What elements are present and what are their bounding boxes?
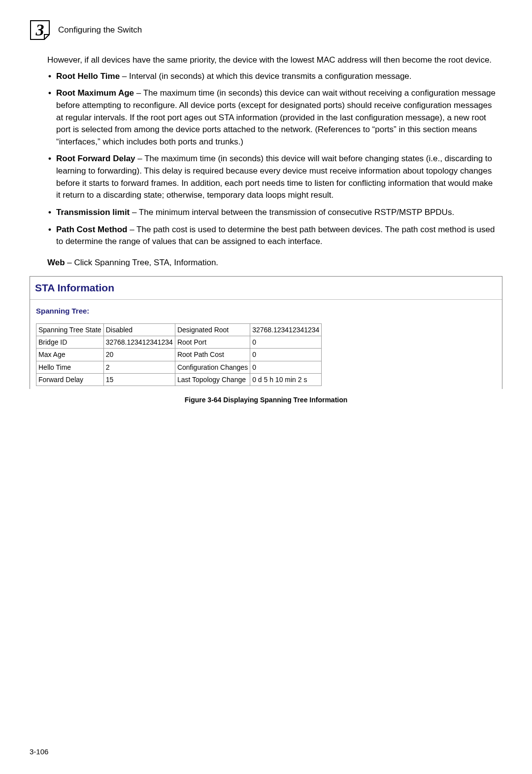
page-header: 3 Configuring the Switch [30, 20, 502, 40]
cell-label: Spanning Tree State [36, 323, 104, 336]
term: Root Forward Delay [56, 154, 135, 163]
cell-label: Configuration Changes [175, 361, 250, 373]
cell-value: 0 [250, 349, 322, 361]
chapter-title: Configuring the Switch [58, 24, 142, 36]
cell-value: 32768.123412341234 [250, 323, 322, 336]
cell-label: Root Path Cost [175, 349, 250, 361]
term: Path Cost Method [56, 225, 128, 234]
sta-panel-body: Spanning Tree: Spanning Tree State Disab… [30, 300, 502, 389]
cell-label: Forward Delay [36, 373, 104, 386]
sta-panel-title: STA Information [30, 277, 502, 300]
cell-value: 0 [250, 361, 322, 373]
cell-label: Designated Root [175, 323, 250, 336]
cell-value: 15 [103, 373, 175, 386]
term-text: – Interval (in seconds) at which this de… [120, 71, 411, 81]
term: Transmission limit [56, 208, 130, 217]
chapter-badge: 3 [30, 20, 50, 40]
list-item: Root Maximum Age – The maximum time (in … [47, 87, 498, 148]
cell-value: Disabled [103, 323, 175, 336]
cell-value: 0 [250, 336, 322, 349]
cell-label: Root Port [175, 336, 250, 349]
sta-information-panel: STA Information Spanning Tree: Spanning … [30, 276, 502, 389]
cell-value: 0 d 5 h 10 min 2 s [250, 373, 322, 386]
table-row: Hello Time 2 Configuration Changes 0 [36, 361, 322, 373]
definition-list: Root Hello Time – Interval (in seconds) … [47, 70, 498, 248]
list-item: Transmission limit – The minimum interva… [47, 207, 498, 219]
intro-paragraph: However, if all devices have the same pr… [47, 54, 498, 67]
web-label: Web [47, 258, 65, 267]
figure-caption: Figure 3-64 Displaying Spanning Tree Inf… [30, 395, 502, 405]
cell-value: 20 [103, 349, 175, 361]
table-row: Spanning Tree State Disabled Designated … [36, 323, 322, 336]
term-text: – The minimum interval between the trans… [130, 208, 454, 217]
web-text: – Click Spanning Tree, STA, Information. [65, 258, 219, 267]
table-row: Forward Delay 15 Last Topology Change 0 … [36, 373, 322, 386]
sta-table: Spanning Tree State Disabled Designated … [36, 323, 322, 386]
web-instruction: Web – Click Spanning Tree, STA, Informat… [47, 257, 498, 269]
content-body: However, if all devices have the same pr… [47, 54, 498, 269]
cell-label: Last Topology Change [175, 373, 250, 386]
list-item: Root Forward Delay – The maximum time (i… [47, 153, 498, 202]
cell-label: Bridge ID [36, 336, 104, 349]
term: Root Hello Time [56, 71, 120, 81]
cell-label: Max Age [36, 349, 104, 361]
sta-subtitle: Spanning Tree: [36, 306, 496, 317]
cell-value: 32768.123412341234 [103, 336, 175, 349]
term: Root Maximum Age [56, 88, 134, 98]
list-item: Path Cost Method – The path cost is used… [47, 224, 498, 248]
table-row: Max Age 20 Root Path Cost 0 [36, 349, 322, 361]
chapter-number: 3 [30, 20, 50, 40]
cell-label: Hello Time [36, 361, 104, 373]
cell-value: 2 [103, 361, 175, 373]
list-item: Root Hello Time – Interval (in seconds) … [47, 70, 498, 83]
table-row: Bridge ID 32768.123412341234 Root Port 0 [36, 336, 322, 349]
